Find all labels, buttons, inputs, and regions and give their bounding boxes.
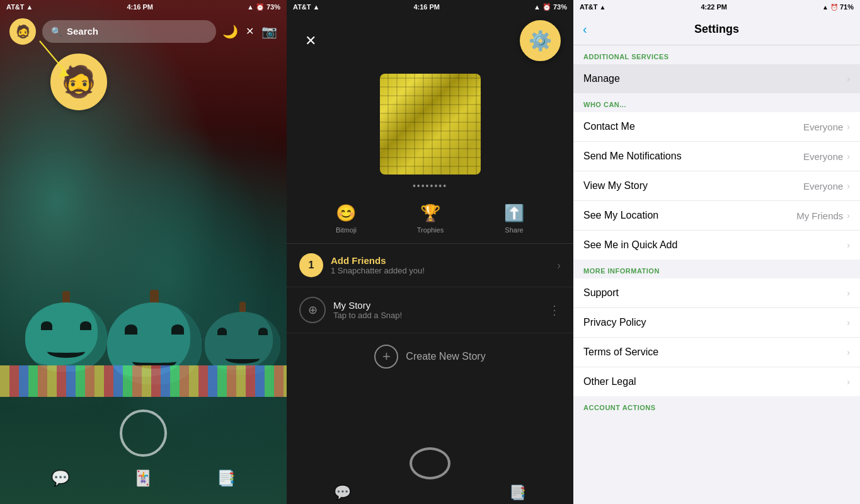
other-legal-chevron: › — [847, 377, 850, 387]
chat-icon-p2[interactable]: 💬 — [334, 484, 351, 501]
moon-icon[interactable]: 🌙 — [222, 24, 238, 39]
close-button[interactable]: ✕ — [299, 30, 322, 52]
support-row[interactable]: Support › — [573, 278, 860, 308]
shutter-button[interactable] — [120, 410, 167, 457]
add-friends-text: Add Friends 1 Snapchatter added you! — [331, 255, 557, 275]
my-story-row[interactable]: ⊕ My Story Tap to add a Snap! ⋮ — [287, 287, 573, 333]
view-my-story-row[interactable]: View My Story Everyone › — [573, 171, 860, 201]
svg-line-0 — [40, 41, 66, 72]
wifi-p3: ▲ — [600, 4, 606, 11]
other-legal-row[interactable]: Other Legal › — [573, 367, 860, 396]
gear-button[interactable]: ⚙️ — [520, 20, 561, 61]
contact-me-row[interactable]: Contact Me Everyone › — [573, 112, 860, 142]
privacy-policy-row[interactable]: Privacy Policy › — [573, 308, 860, 338]
view-story-label: View My Story — [583, 180, 803, 192]
bottom-controls: 💬 🃏 📑 — [0, 397, 287, 504]
who-can-section: WHO CAN... Contact Me Everyone › Send Me… — [573, 93, 860, 260]
share-action[interactable]: ⬆️ Share — [504, 203, 524, 234]
panel2-bottom: 💬 📑 — [287, 441, 573, 504]
my-story-subtitle: Tap to add a Snap! — [333, 311, 548, 320]
profile-header: ✕ ⚙️ — [287, 14, 573, 67]
additional-services-header: ADDITIONAL SERVICES — [573, 45, 860, 64]
settings-title: Settings — [694, 23, 739, 36]
time-p3: 4:22 PM — [701, 3, 727, 11]
send-notifications-label: Send Me Notifications — [583, 151, 803, 162]
stories-icon-p2[interactable]: 📑 — [509, 484, 526, 501]
manage-label: Manage — [583, 73, 847, 84]
additional-services-section: ADDITIONAL SERVICES Manage › Manage — [573, 45, 860, 93]
trophies-action[interactable]: 🏆 Trophies — [417, 203, 444, 234]
terms-row[interactable]: Terms of Service › — [573, 338, 860, 367]
see-my-location-row[interactable]: See My Location My Friends › — [573, 201, 860, 231]
status-right: ▲ ⏰ 73% — [247, 3, 280, 11]
settings-back-button[interactable]: ‹ — [583, 22, 587, 37]
bitmoji-icon: 😊 — [336, 203, 356, 223]
see-location-value: My Friends — [796, 210, 843, 221]
settings-panel: AT&T ▲ 4:22 PM ▲ ⏰ 71% ‹ Settings ADDITI… — [573, 0, 860, 504]
contact-me-label: Contact Me — [583, 121, 803, 132]
status-bar-panel1: AT&T ▲ 4:16 PM ▲ ⏰ 73% — [0, 0, 287, 14]
time-label: 4:16 PM — [127, 3, 153, 11]
bitmoji-label: Bitmoji — [336, 226, 357, 234]
profile-avatar-area: •••••••• — [287, 67, 573, 194]
my-story-more-button[interactable]: ⋮ — [548, 302, 561, 318]
alarm-p3: ⏰ — [830, 4, 838, 11]
add-friends-badge: 1 — [299, 253, 323, 277]
camera-panel: AT&T ▲ 4:16 PM ▲ ⏰ 73% 🧔 🔍 Search 🌙 ✕ 📷 … — [0, 0, 287, 504]
carrier-label-p2: AT&T — [293, 3, 311, 11]
quick-add-label: See Me in Quick Add — [583, 239, 847, 251]
svg-marker-1 — [59, 69, 69, 77]
share-icon: ⬆️ — [504, 203, 524, 223]
status-right-p2: ▲ ⏰ 73% — [534, 3, 567, 11]
manage-row[interactable]: Manage › Manage — [573, 64, 860, 93]
view-story-value: Everyone — [803, 181, 843, 192]
trophies-label: Trophies — [417, 226, 444, 234]
support-chevron: › — [847, 288, 850, 298]
privacy-chevron: › — [847, 318, 850, 328]
send-notifications-row[interactable]: Send Me Notifications Everyone › — [573, 142, 860, 171]
who-can-header: WHO CAN... — [573, 93, 860, 112]
contact-me-value: Everyone — [803, 122, 843, 132]
settings-content: ADDITIONAL SERVICES Manage › Manage WHO … — [573, 45, 860, 504]
bottom-nav-panel1: 💬 🃏 📑 — [0, 469, 287, 493]
share-label: Share — [505, 226, 523, 234]
memories-icon[interactable]: 🃏 — [134, 469, 152, 487]
add-friends-chevron: › — [557, 259, 561, 272]
status-bar-panel2: AT&T ▲ 4:16 PM ▲ ⏰ 73% — [287, 0, 573, 14]
see-location-label: See My Location — [583, 210, 796, 221]
support-label: Support — [583, 287, 847, 299]
back-chevron-icon: ‹ — [583, 22, 587, 37]
flash-icon[interactable]: ✕ — [246, 25, 254, 37]
terms-label: Terms of Service — [583, 346, 847, 358]
create-story-icon: + — [374, 345, 398, 369]
privacy-label: Privacy Policy — [583, 317, 847, 328]
camera-flip-icon[interactable]: 📷 — [261, 24, 277, 39]
profile-avatar-image — [380, 74, 481, 175]
create-story-row[interactable]: + Create New Story — [287, 333, 573, 380]
location-icon: ▲ — [247, 3, 254, 11]
location-p3: ▲ — [822, 4, 828, 11]
terms-chevron: › — [847, 347, 850, 357]
quick-add-row[interactable]: See Me in Quick Add › — [573, 231, 860, 260]
trophies-icon: 🏆 — [420, 203, 440, 223]
carrier-label: AT&T — [6, 3, 25, 11]
add-friends-title: Add Friends — [331, 255, 557, 266]
more-info-section: MORE INFORMATION Support › Privacy Polic… — [573, 260, 860, 396]
status-left-p3: AT&T ▲ — [580, 3, 605, 11]
carrier-p3: AT&T — [580, 3, 598, 11]
arrow-annotation — [9, 35, 72, 85]
alarm-icon: ⏰ — [256, 3, 265, 11]
stories-icon[interactable]: 📑 — [217, 469, 236, 487]
settings-header: ‹ Settings — [573, 14, 860, 45]
panel2-shutter-button[interactable] — [410, 447, 450, 479]
username-label: •••••••• — [413, 181, 447, 191]
bitmoji-action[interactable]: 😊 Bitmoji — [336, 203, 357, 234]
send-notifications-chevron: › — [847, 151, 850, 161]
battery-label: 73% — [267, 3, 280, 11]
chat-icon[interactable]: 💬 — [51, 469, 70, 487]
my-story-title: My Story — [333, 300, 548, 311]
my-story-icon: ⊕ — [299, 297, 326, 323]
more-info-header: MORE INFORMATION — [573, 260, 860, 278]
account-actions-header: ACCOUNT ACTIONS — [573, 396, 860, 415]
add-friends-row[interactable]: 1 Add Friends 1 Snapchatter added you! › — [287, 244, 573, 287]
